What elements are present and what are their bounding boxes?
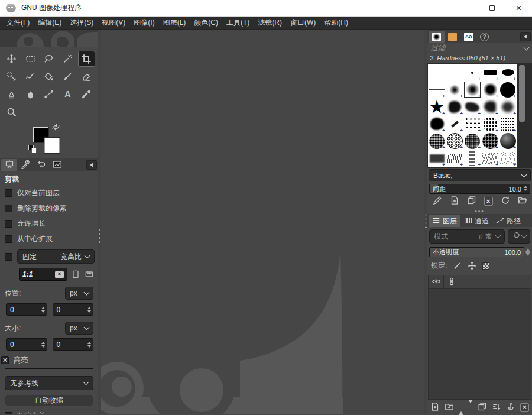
- delete-brush-button[interactable]: ×: [484, 197, 493, 206]
- brush-swatch[interactable]: [481, 115, 499, 132]
- brush-swatch[interactable]: [463, 81, 481, 98]
- tool-bucket-fill[interactable]: [40, 69, 57, 85]
- delete-layer-button[interactable]: ×: [520, 403, 529, 412]
- fixed-aspect-dropdown[interactable]: 固定 宽高比: [17, 249, 95, 264]
- layers-dock-tab[interactable]: 图层: [429, 215, 460, 227]
- spin-buttons[interactable]: [87, 342, 93, 348]
- menu-item[interactable]: 窗口(W): [286, 16, 320, 30]
- brush-swatch[interactable]: [446, 132, 463, 150]
- brush-swatch[interactable]: [499, 64, 517, 81]
- tab-brushes[interactable]: [429, 31, 445, 43]
- tab-fonts[interactable]: Aa: [460, 31, 476, 43]
- menu-item[interactable]: 文件(F): [2, 16, 34, 30]
- brush-swatch[interactable]: [446, 150, 463, 167]
- aspect-ratio-input[interactable]: 1:1 ×: [19, 268, 67, 281]
- default-colors-icon[interactable]: [28, 145, 37, 153]
- tool-paths[interactable]: [40, 86, 57, 102]
- refresh-brushes-button[interactable]: [501, 196, 510, 207]
- lock-position-button[interactable]: [468, 261, 476, 270]
- tool-clone[interactable]: [3, 86, 20, 102]
- tab-images[interactable]: [49, 159, 65, 171]
- scrollbar-thumb[interactable]: [519, 65, 525, 122]
- auto-shrink-button[interactable]: 自动收缩: [5, 395, 93, 406]
- merge-layer-button[interactable]: [492, 402, 501, 413]
- right-splitter[interactable]: [424, 30, 427, 414]
- highlight-checkbox[interactable]: ✕: [1, 356, 9, 364]
- swap-colors-icon[interactable]: [51, 124, 60, 132]
- duplicate-layer-button[interactable]: [478, 402, 487, 413]
- new-brush-button[interactable]: [450, 196, 459, 207]
- tab-document-history[interactable]: ?: [476, 31, 492, 43]
- brush-swatch[interactable]: [499, 132, 517, 150]
- brush-scrollbar[interactable]: [518, 64, 526, 167]
- tool-move[interactable]: [3, 51, 20, 67]
- checkbox[interactable]: [5, 220, 12, 228]
- visibility-column-header[interactable]: [429, 275, 444, 288]
- tool-unified-transform[interactable]: [3, 69, 20, 85]
- tool-smudge[interactable]: [22, 86, 39, 102]
- size-height-input[interactable]: 0: [53, 338, 94, 351]
- tool-fuzzy-select[interactable]: [59, 51, 76, 67]
- layer-list[interactable]: [428, 289, 531, 400]
- tool-crop[interactable]: [78, 51, 95, 67]
- guides-dropdown[interactable]: 无参考线: [5, 376, 93, 390]
- menu-item[interactable]: 帮助(H): [320, 16, 352, 30]
- brush-swatch[interactable]: [499, 81, 517, 98]
- portrait-orientation-button[interactable]: [70, 269, 81, 280]
- brush-swatch[interactable]: [428, 81, 446, 98]
- tool-zoom[interactable]: [3, 104, 20, 120]
- option-current-layer-only[interactable]: 仅对当前图层: [5, 188, 95, 198]
- brush-swatch[interactable]: [481, 150, 499, 167]
- spin-buttons[interactable]: [87, 307, 93, 313]
- tab-undo-history[interactable]: [33, 159, 49, 171]
- brush-swatch[interactable]: [428, 115, 446, 132]
- brush-swatch[interactable]: [446, 81, 463, 98]
- canvas-area[interactable]: [101, 30, 424, 414]
- checkbox[interactable]: [5, 205, 12, 212]
- anchor-layer-button[interactable]: [506, 402, 515, 413]
- brush-swatch[interactable]: [463, 64, 481, 81]
- brush-swatch[interactable]: [428, 64, 446, 81]
- brush-group-dropdown[interactable]: Basic,: [429, 169, 531, 181]
- spin-buttons[interactable]: [41, 307, 47, 313]
- tool-eraser[interactable]: [78, 69, 95, 85]
- dock-menu-button[interactable]: [520, 32, 531, 41]
- link-column-header[interactable]: [444, 275, 459, 288]
- menu-item[interactable]: 选择(S): [66, 16, 98, 30]
- brush-spacing-slider[interactable]: 间距 10.0: [429, 184, 530, 194]
- size-width-input[interactable]: 0: [6, 338, 47, 351]
- menu-item[interactable]: 工具(T): [222, 16, 254, 30]
- dock-resize-handle[interactable]: •••: [427, 209, 532, 214]
- brush-swatch[interactable]: [428, 150, 446, 167]
- mode-switch-button[interactable]: [508, 229, 530, 244]
- position-x-input[interactable]: 0: [6, 303, 47, 316]
- size-unit-dropdown[interactable]: px: [65, 322, 93, 335]
- brush-swatch[interactable]: [446, 115, 463, 132]
- tool-rectangle-select[interactable]: [22, 51, 39, 67]
- brush-swatch[interactable]: [499, 98, 517, 115]
- close-button[interactable]: ×: [505, 0, 532, 16]
- menu-item[interactable]: 编辑(E): [34, 16, 66, 30]
- tool-text[interactable]: A: [59, 86, 76, 102]
- checkbox[interactable]: [5, 412, 12, 414]
- lock-pixels-button[interactable]: [453, 261, 462, 270]
- brush-swatch[interactable]: [481, 98, 499, 115]
- position-y-input[interactable]: 0: [53, 303, 94, 316]
- layer-opacity-slider[interactable]: 不透明度 100.0: [429, 247, 524, 257]
- brush-swatch[interactable]: [463, 150, 481, 167]
- fixed-checkbox[interactable]: [5, 253, 12, 261]
- option-highlight[interactable]: ✕ 高亮: [1, 355, 95, 365]
- brush-swatch[interactable]: [463, 132, 481, 150]
- edit-brush-button[interactable]: [433, 196, 442, 207]
- brush-swatch[interactable]: [481, 132, 499, 150]
- brush-swatch[interactable]: [446, 64, 463, 81]
- brush-swatch[interactable]: [463, 115, 481, 132]
- brush-filter-input[interactable]: 过滤: [427, 43, 532, 54]
- layer-mode-dropdown[interactable]: 模式 正常: [429, 229, 505, 244]
- menu-item[interactable]: 图层(L): [159, 16, 190, 30]
- duplicate-brush-button[interactable]: [467, 196, 476, 207]
- brush-swatch[interactable]: [499, 115, 517, 132]
- new-layer-group-button[interactable]: [445, 402, 454, 413]
- minimize-button[interactable]: [452, 0, 479, 16]
- tab-device-status[interactable]: [17, 159, 33, 171]
